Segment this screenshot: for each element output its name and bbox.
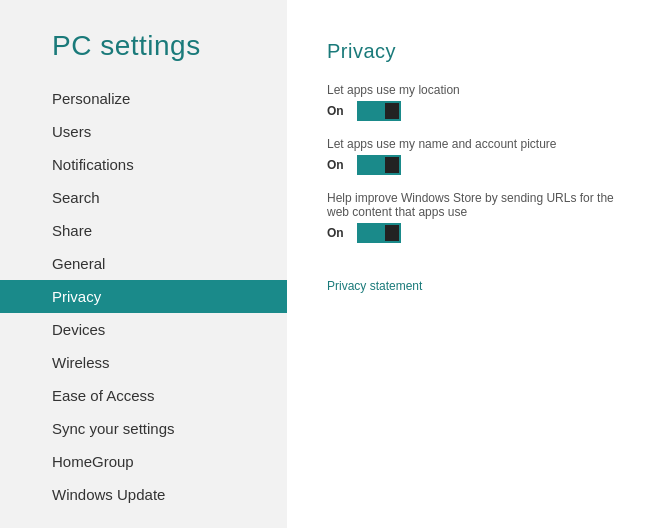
setting-account-picture: Let apps use my name and account picture… [327,137,620,175]
setting-account-picture-toggle[interactable] [357,155,401,175]
setting-location-status: On [327,104,347,118]
setting-account-picture-status-row: On [327,155,620,175]
setting-location-toggle[interactable] [357,101,401,121]
setting-improve-store-status-row: On [327,223,620,243]
sidebar-item-devices[interactable]: Devices [0,313,287,346]
setting-improve-store-label: Help improve Windows Store by sending UR… [327,191,620,219]
sidebar-item-sync-your-settings[interactable]: Sync your settings [0,412,287,445]
sidebar-item-windows-update[interactable]: Windows Update [0,478,287,511]
setting-account-picture-status: On [327,158,347,172]
setting-location-label: Let apps use my location [327,83,620,97]
setting-location: Let apps use my location On [327,83,620,121]
sidebar-item-personalize[interactable]: Personalize [0,82,287,115]
sidebar-item-wireless[interactable]: Wireless [0,346,287,379]
toggle-knob [385,157,399,173]
privacy-statement-link[interactable]: Privacy statement [327,279,422,293]
setting-improve-store-status: On [327,226,347,240]
sidebar-item-ease-of-access[interactable]: Ease of Access [0,379,287,412]
sidebar-item-privacy[interactable]: Privacy [0,280,287,313]
main-panel: Privacy Let apps use my location On Let … [287,0,660,528]
section-title: Privacy [327,40,620,63]
setting-improve-store-toggle[interactable] [357,223,401,243]
sidebar-item-users[interactable]: Users [0,115,287,148]
sidebar: PC settings Personalize Users Notificati… [0,0,287,528]
setting-account-picture-label: Let apps use my name and account picture [327,137,620,151]
sidebar-item-notifications[interactable]: Notifications [0,148,287,181]
toggle-knob [385,103,399,119]
toggle-knob [385,225,399,241]
setting-improve-store: Help improve Windows Store by sending UR… [327,191,620,243]
sidebar-item-homegroup[interactable]: HomeGroup [0,445,287,478]
setting-location-status-row: On [327,101,620,121]
sidebar-item-search[interactable]: Search [0,181,287,214]
sidebar-item-share[interactable]: Share [0,214,287,247]
sidebar-item-general[interactable]: General [0,247,287,280]
app-title: PC settings [0,20,287,82]
